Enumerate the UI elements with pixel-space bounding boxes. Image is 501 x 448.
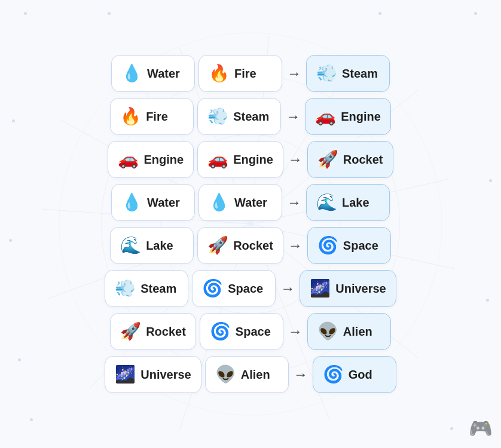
emoji-right: 💨 bbox=[207, 108, 228, 125]
ingredient-right[interactable]: 🌀Space bbox=[192, 270, 276, 307]
label-left: Steam bbox=[140, 282, 176, 296]
label-right: Alien bbox=[241, 368, 270, 382]
ingredient-pair: 🚗Engine🚗Engine bbox=[108, 141, 283, 178]
ingredient-right[interactable]: 🌀Space bbox=[200, 313, 283, 350]
result-item[interactable]: 🚗Engine bbox=[305, 98, 391, 135]
result-item[interactable]: 🚀Rocket bbox=[307, 141, 393, 178]
result-item[interactable]: 🌀Space bbox=[307, 227, 391, 264]
label-result: Universe bbox=[335, 282, 386, 296]
emoji-right: 🔥 bbox=[209, 65, 230, 82]
result-item[interactable]: 🌀God bbox=[313, 356, 396, 393]
emoji-result: 💨 bbox=[316, 65, 337, 82]
emoji-result: 👽 bbox=[317, 323, 338, 340]
emoji-right: 🌀 bbox=[210, 323, 231, 340]
label-right: Space bbox=[236, 325, 271, 339]
label-left: Rocket bbox=[146, 325, 186, 339]
ingredient-left[interactable]: 🚗Engine bbox=[108, 141, 194, 178]
emoji-result: 🌊 bbox=[316, 194, 337, 211]
recipe-row: 🌊Lake🚀Rocket→🌀Space bbox=[23, 227, 478, 264]
emoji-result: 🚀 bbox=[317, 151, 338, 168]
recipe-row: 🚗Engine🚗Engine→🚀Rocket bbox=[23, 141, 478, 178]
emoji-right: 🚗 bbox=[207, 151, 228, 168]
recipe-row: 💨Steam🌀Space→🌌Universe bbox=[23, 270, 478, 307]
ingredient-pair: 💧Water🔥Fire bbox=[111, 55, 282, 92]
label-result: Rocket bbox=[343, 153, 383, 167]
label-result: Engine bbox=[341, 110, 381, 124]
label-left: Fire bbox=[146, 110, 168, 124]
emoji-right: 💧 bbox=[209, 194, 230, 211]
label-left: Universe bbox=[140, 368, 191, 382]
result-item[interactable]: 🌌Universe bbox=[300, 270, 396, 307]
ingredient-pair: 💨Steam🌀Space bbox=[105, 270, 276, 307]
ingredient-left[interactable]: 💧Water bbox=[111, 184, 195, 221]
emoji-result: 🌌 bbox=[310, 280, 331, 297]
ingredient-left[interactable]: 💧Water bbox=[111, 55, 195, 92]
label-right: Rocket bbox=[233, 239, 273, 253]
emoji-left: 🔥 bbox=[120, 108, 141, 125]
arrow-icon: → bbox=[294, 366, 308, 383]
label-result: Space bbox=[343, 239, 378, 253]
emoji-result: 🚗 bbox=[315, 108, 336, 125]
emoji-result: 🌀 bbox=[317, 237, 338, 254]
emoji-left: 🚀 bbox=[120, 323, 141, 340]
result-item[interactable]: 💨Steam bbox=[306, 55, 390, 92]
emoji-left: 💨 bbox=[115, 280, 136, 297]
ingredient-right[interactable]: 🚀Rocket bbox=[197, 227, 283, 264]
bottom-logo-icon: 🎮 bbox=[469, 417, 493, 440]
ingredient-pair: 🔥Fire💨Steam bbox=[110, 98, 281, 135]
ingredient-pair: 🌊Lake🚀Rocket bbox=[110, 227, 283, 264]
ingredient-right[interactable]: 💨Steam bbox=[197, 98, 281, 135]
ingredient-left[interactable]: 🔥Fire bbox=[110, 98, 194, 135]
ingredient-right[interactable]: 💧Water bbox=[198, 184, 282, 221]
ingredient-left[interactable]: 🚀Rocket bbox=[110, 313, 196, 350]
ingredient-left[interactable]: 🌌Universe bbox=[105, 356, 201, 393]
label-right: Fire bbox=[234, 67, 256, 81]
emoji-result: 🌀 bbox=[323, 366, 344, 383]
ingredient-right[interactable]: 👽Alien bbox=[205, 356, 289, 393]
ingredient-pair: 🚀Rocket🌀Space bbox=[110, 313, 283, 350]
label-result: Lake bbox=[342, 196, 369, 210]
recipe-row: 🌌Universe👽Alien→🌀God bbox=[23, 356, 478, 393]
ingredient-left[interactable]: 💨Steam bbox=[105, 270, 188, 307]
emoji-left: 💧 bbox=[121, 65, 142, 82]
label-result: God bbox=[349, 368, 372, 382]
ingredient-right[interactable]: 🔥Fire bbox=[198, 55, 282, 92]
arrow-icon: → bbox=[286, 108, 300, 125]
arrow-icon: → bbox=[288, 237, 303, 254]
result-item[interactable]: 🌊Lake bbox=[306, 184, 390, 221]
label-right: Space bbox=[228, 282, 263, 296]
label-left: Engine bbox=[143, 153, 184, 167]
label-result: Alien bbox=[343, 325, 372, 339]
emoji-left: 🌌 bbox=[115, 366, 136, 383]
recipe-row: 💧Water💧Water→🌊Lake bbox=[23, 184, 478, 221]
label-left: Water bbox=[147, 67, 180, 81]
ingredient-pair: 🌌Universe👽Alien bbox=[105, 356, 289, 393]
label-left: Water bbox=[147, 196, 180, 210]
label-right: Steam bbox=[233, 110, 269, 124]
ingredient-right[interactable]: 🚗Engine bbox=[197, 141, 283, 178]
recipe-row: 🔥Fire💨Steam→🚗Engine bbox=[23, 98, 478, 135]
emoji-left: 🌊 bbox=[120, 237, 141, 254]
recipe-row: 💧Water🔥Fire→💨Steam bbox=[23, 55, 478, 92]
recipe-row: 🚀Rocket🌀Space→👽Alien bbox=[23, 313, 478, 350]
label-right: Water bbox=[234, 196, 267, 210]
arrow-icon: → bbox=[288, 151, 303, 168]
arrow-icon: → bbox=[280, 280, 295, 297]
emoji-right: 🌀 bbox=[202, 280, 223, 297]
label-left: Lake bbox=[146, 239, 173, 253]
emoji-right: 👽 bbox=[215, 366, 236, 383]
label-right: Engine bbox=[233, 153, 273, 167]
ingredient-pair: 💧Water💧Water bbox=[111, 184, 282, 221]
result-item[interactable]: 👽Alien bbox=[307, 313, 391, 350]
emoji-left: 🚗 bbox=[118, 151, 139, 168]
arrow-icon: → bbox=[287, 65, 301, 82]
arrow-icon: → bbox=[287, 194, 301, 211]
ingredient-left[interactable]: 🌊Lake bbox=[110, 227, 194, 264]
arrow-icon: → bbox=[288, 323, 303, 340]
emoji-right: 🚀 bbox=[207, 237, 228, 254]
emoji-left: 💧 bbox=[121, 194, 142, 211]
label-result: Steam bbox=[342, 67, 378, 81]
